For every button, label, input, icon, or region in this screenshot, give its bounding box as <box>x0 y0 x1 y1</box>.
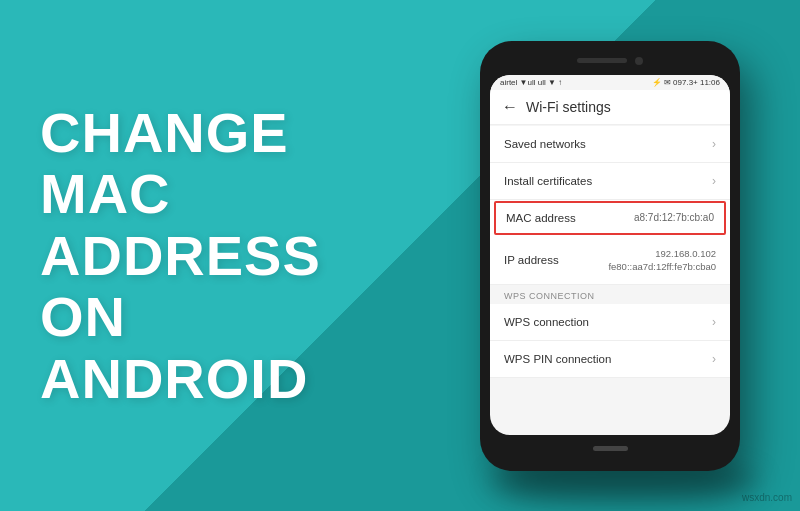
home-button[interactable] <box>593 446 628 451</box>
wps-label: WPS connection <box>504 316 589 328</box>
back-icon[interactable]: ← <box>502 98 518 116</box>
install-cert-chevron: › <box>712 174 716 188</box>
status-bar: airtel ▼ull ull ▼ ↑ ⚡ ✉ 097.3+ 11:06 <box>490 75 730 90</box>
phone-body: airtel ▼ull ull ▼ ↑ ⚡ ✉ 097.3+ 11:06 ← W… <box>480 41 740 471</box>
app-bar-title: Wi-Fi settings <box>526 99 611 115</box>
wps-pin-chevron: › <box>712 352 716 366</box>
wps-chevron: › <box>712 315 716 329</box>
settings-item-mac-address[interactable]: MAC address a8:7d:12:7b:cb:a0 <box>494 201 726 235</box>
mac-address-label: MAC address <box>506 212 576 224</box>
left-text-block: CHANGE MAC ADDRESS ON ANDROID <box>40 102 400 410</box>
watermark-text: wsxdn.com <box>742 492 792 503</box>
wps-section-label: WPS CONNECTION <box>504 291 595 301</box>
settings-item-wps[interactable]: WPS connection › <box>490 304 730 341</box>
install-cert-label: Install certificates <box>504 175 592 187</box>
heading-line1: CHANGE MAC <box>40 101 289 226</box>
ip-address-value: 192.168.0.102 fe80::aa7d:12ff:fe7b:cba0 <box>608 247 716 274</box>
settings-list: Saved networks › Install certificates › … <box>490 126 730 379</box>
wps-section-header: WPS CONNECTION <box>490 285 730 304</box>
saved-networks-chevron: › <box>712 137 716 151</box>
heading-title: CHANGE MAC ADDRESS ON ANDROID <box>40 102 400 410</box>
settings-item-saved-networks[interactable]: Saved networks › <box>490 126 730 163</box>
phone-speaker <box>577 58 627 63</box>
phone-top-bar <box>490 51 730 71</box>
phone-screen: airtel ▼ull ull ▼ ↑ ⚡ ✉ 097.3+ 11:06 ← W… <box>490 75 730 435</box>
wps-pin-label: WPS PIN connection <box>504 353 611 365</box>
phone-camera <box>635 57 643 65</box>
settings-item-ip-address: IP address 192.168.0.102 fe80::aa7d:12ff… <box>490 236 730 286</box>
app-bar: ← Wi-Fi settings <box>490 90 730 125</box>
ip-value-line2: fe80::aa7d:12ff:fe7b:cba0 <box>608 260 716 273</box>
ip-address-label: IP address <box>504 254 559 266</box>
phone-bottom-bar <box>490 439 730 459</box>
ip-value-line1: 192.168.0.102 <box>608 247 716 260</box>
heading-line2: ADDRESS ON <box>40 224 321 349</box>
heading-line3: ANDROID <box>40 347 308 410</box>
mac-address-value: a8:7d:12:7b:cb:a0 <box>634 212 714 223</box>
settings-item-install-cert[interactable]: Install certificates › <box>490 163 730 200</box>
status-right: ⚡ ✉ 097.3+ 11:06 <box>652 78 720 87</box>
saved-networks-label: Saved networks <box>504 138 586 150</box>
watermark: wsxdn.com <box>742 492 792 503</box>
settings-item-wps-pin[interactable]: WPS PIN connection › <box>490 341 730 378</box>
status-left: airtel ▼ull ull ▼ ↑ <box>500 78 562 87</box>
phone-mockup: airtel ▼ull ull ▼ ↑ ⚡ ✉ 097.3+ 11:06 ← W… <box>480 41 740 471</box>
